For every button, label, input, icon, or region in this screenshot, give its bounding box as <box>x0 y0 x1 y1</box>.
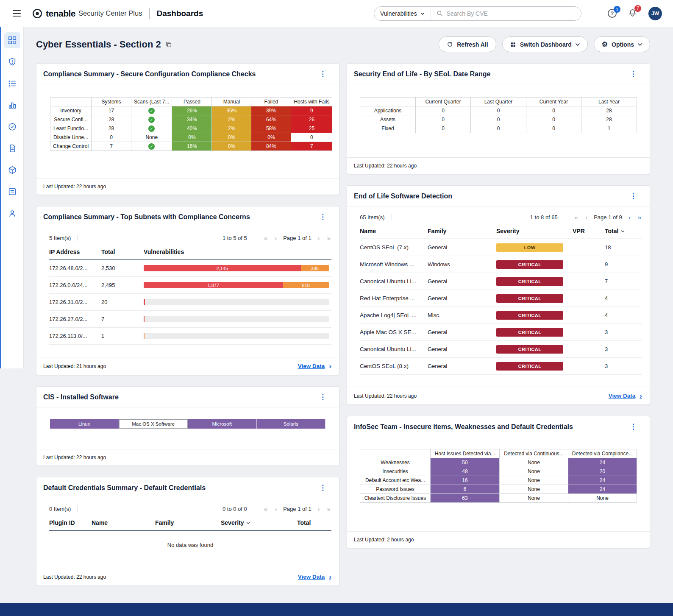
next-page-button[interactable] <box>317 235 321 241</box>
manual-cell: 35% <box>212 106 251 115</box>
column-header[interactable]: Plugin ID <box>49 519 92 526</box>
menu-button[interactable] <box>11 8 22 18</box>
severity-cell: CRITICAL <box>496 277 573 286</box>
search-input[interactable] <box>447 10 576 17</box>
avatar[interactable]: JW <box>648 7 662 20</box>
switch-dashboard-button[interactable]: Switch Dashboard <box>502 36 588 52</box>
help-button[interactable]: ? 1 <box>608 9 617 18</box>
widget-footer: Last Updated: 22 hours ago <box>36 178 339 195</box>
software-family: General <box>428 346 496 352</box>
cis-bar-segment[interactable]: Solaris <box>257 419 326 429</box>
chevron-down-icon <box>576 43 580 46</box>
software-name: Canonical Ubuntu Li... <box>360 346 428 352</box>
eol-software-row[interactable]: Red Hat Enterprise ...GeneralCRITICAL4 <box>360 290 642 307</box>
eol-software-row[interactable]: Canonical Ubuntu Li...GeneralCRITICAL7 <box>360 273 642 290</box>
table-row: Weaknesses50None24 <box>360 458 637 467</box>
sidebar-item-reports[interactable] <box>4 140 20 156</box>
scan-check-icon <box>148 117 155 123</box>
subnet-row[interactable]: 172.26.48.0/2...2,5302,145385 <box>49 260 331 277</box>
bar-segment-label: 1,877 <box>208 283 220 288</box>
widget-menu-button[interactable] <box>627 70 640 78</box>
column-header[interactable]: VPR <box>573 228 605 234</box>
notifications-button[interactable]: 7 <box>628 8 637 19</box>
sidebar-item-assets[interactable] <box>4 162 20 178</box>
subnet-row[interactable]: 172.26.113.0/...1 <box>49 328 331 345</box>
column-header[interactable]: Name <box>92 519 155 526</box>
last-page-button[interactable] <box>326 235 331 241</box>
systems-cell: 28 <box>92 115 131 124</box>
table-row: Password Issues6None24 <box>360 485 637 494</box>
prev-page-button[interactable] <box>274 235 278 241</box>
first-page-button[interactable] <box>263 235 268 241</box>
next-page-button[interactable] <box>317 506 321 512</box>
next-page-button[interactable] <box>628 214 631 220</box>
pagination-range: 1 to 5 of 5 <box>222 235 247 241</box>
last-page-button[interactable] <box>326 506 331 512</box>
item-count: 5 Item(s) <box>49 235 71 241</box>
sidebar-item-dashboards[interactable] <box>4 32 20 48</box>
severity-cell: LOW <box>496 243 573 252</box>
sidebar-item-policies[interactable] <box>4 119 20 135</box>
eol-software-row[interactable]: Microsoft Windows ...WindowsCRITICAL9 <box>360 256 642 273</box>
prev-page-button[interactable] <box>274 506 278 512</box>
eol-software-row[interactable]: Canonical Ubuntu Li...GeneralCRITICAL3 <box>360 341 642 358</box>
prev-page-button[interactable] <box>584 214 588 220</box>
widget-menu-button[interactable] <box>627 192 640 201</box>
view-data-link[interactable]: View Data <box>298 573 331 580</box>
severity-cell: CRITICAL <box>496 294 573 303</box>
widget-menu-button[interactable] <box>627 422 640 431</box>
column-header[interactable]: Family <box>155 519 221 526</box>
refresh-all-button[interactable]: Refresh All <box>439 36 496 52</box>
value-cell: None <box>500 494 568 503</box>
sidebar-item-scans[interactable] <box>4 97 20 113</box>
column-header[interactable]: IP Address <box>49 248 101 255</box>
last-page-button[interactable] <box>637 214 642 220</box>
eol-software-row[interactable]: Apache Log4j SEoL ...Misc.CRITICAL4 <box>360 307 642 324</box>
chevron-down-icon <box>420 12 425 15</box>
options-button[interactable]: ⚙ Options <box>594 36 650 52</box>
first-page-button[interactable] <box>574 214 579 220</box>
widget-footer: Last Updated: 22 hours ago <box>36 449 339 465</box>
widget-header: InfoSec Team - Insecure items, Weaknesse… <box>347 416 650 437</box>
gear-icon: ⚙ <box>602 41 608 48</box>
software-name: CentOS SEoL (8.x) <box>360 363 428 369</box>
eol-software-row[interactable]: CentOS SEoL (7.x)GeneralLOW18 <box>360 239 642 256</box>
severity-cell: CRITICAL <box>496 362 573 371</box>
column-header[interactable]: Total <box>101 248 144 255</box>
sidebar-item-workflows[interactable] <box>4 184 20 200</box>
subnet-row[interactable]: 172.26.0.0/24...2,4951,877618 <box>49 277 331 294</box>
scan-cell <box>131 142 172 151</box>
widget-menu-button[interactable] <box>317 393 329 401</box>
cis-bar-segment[interactable]: Linux <box>50 419 119 429</box>
column-header[interactable]: Total <box>297 519 331 526</box>
widget-menu-button[interactable] <box>317 212 329 221</box>
eol-software-row[interactable]: CentOS SEoL (8.x)GeneralCRITICAL3 <box>360 358 642 375</box>
sidebar-item-users[interactable] <box>4 205 20 221</box>
severity-cell: CRITICAL <box>496 345 573 354</box>
sidebar-item-solutions[interactable] <box>4 75 20 92</box>
value-cell: 0 <box>416 106 471 115</box>
widget-title: InfoSec Team - Insecure items, Weaknesse… <box>354 423 573 431</box>
left-column: Compliance Summary - Secure Configuratio… <box>36 63 339 586</box>
column-header[interactable]: Family <box>428 228 496 234</box>
column-header[interactable]: Severity <box>221 519 297 526</box>
column-header[interactable]: Severity <box>496 228 573 234</box>
column-header: Last Year <box>581 98 637 106</box>
column-header[interactable]: Vulnerabilities <box>144 248 331 255</box>
subnet-row[interactable]: 172.26.31.0/2...20 <box>49 294 331 311</box>
cis-bar-segment[interactable]: Mac OS X Software <box>119 419 188 429</box>
cis-bar-segment[interactable]: Microsoft <box>188 419 257 429</box>
options-label: Options <box>612 41 634 48</box>
copy-dashboard-button[interactable] <box>165 41 172 48</box>
first-page-button[interactable] <box>263 506 268 512</box>
widget-menu-button[interactable] <box>317 483 329 492</box>
column-header[interactable]: Name <box>360 228 428 234</box>
view-data-link[interactable]: View Data <box>609 392 642 399</box>
subnet-row[interactable]: 172.26.27.0/2...7 <box>49 311 331 328</box>
sidebar-item-findings[interactable] <box>4 54 20 70</box>
view-data-link[interactable]: View Data <box>298 362 331 370</box>
eol-software-row[interactable]: Apple Mac OS X SE...GeneralCRITICAL3 <box>360 324 642 341</box>
widget-menu-button[interactable] <box>317 70 329 78</box>
search-filter-dropdown[interactable]: Vulnerabilities <box>374 7 431 20</box>
column-header[interactable]: Total <box>605 228 642 234</box>
